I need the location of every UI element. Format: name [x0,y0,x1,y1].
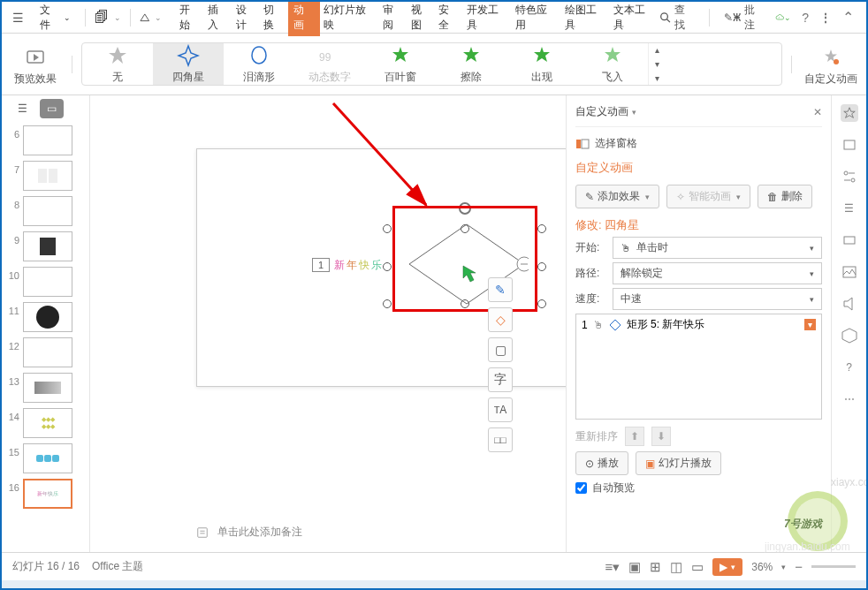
slide-thumbnail-row[interactable]: 16新年快乐 [7,479,84,509]
preview-effect-button[interactable]: 预览效果 [2,42,68,87]
slide-thumbnail[interactable]: 新年快乐 [23,479,72,509]
help-icon[interactable]: ? [802,11,809,25]
delete-button[interactable]: 🗑 删除 [758,185,812,208]
format-button[interactable]: TA [488,397,513,422]
slide-thumbnail[interactable] [23,161,72,191]
file-menu[interactable]: 文件 ⌄ [34,1,76,34]
caret-down-icon[interactable]: ⌄ [114,13,121,22]
resize-handle[interactable] [537,224,546,233]
path-dropdown[interactable]: 解除锁定 ▾ [613,262,822,284]
more-pane-icon[interactable]: ⋯ [841,390,858,408]
notes-toggle-icon[interactable]: ≡▾ [605,559,620,575]
resize-handle[interactable] [537,299,546,308]
slide-thumbnail[interactable] [23,443,72,473]
resize-handle[interactable] [383,262,392,271]
slide-thumbnail-row[interactable]: 15 [7,443,84,473]
slide-thumbnail-row[interactable]: 6 [7,125,84,155]
slide-thumbnail-row[interactable]: 8 [7,196,84,226]
main-tab-9[interactable]: 开发工具 [463,0,512,36]
anim-gallery-item[interactable]: 百叶窗 [365,43,436,85]
auto-preview-checkbox[interactable] [575,482,587,494]
slide-thumbnail-row[interactable]: 14◆◆◆◆◆◆ [7,408,84,438]
slide-thumbnail-row[interactable]: 9 [7,231,84,261]
thumbnail-view-toggle[interactable]: ▭ [40,99,64,118]
main-tab-11[interactable]: 绘图工具 [561,0,610,36]
slide-thumbnail-row[interactable]: 12 [7,337,84,367]
slide-thumbnail-row[interactable]: 7 [7,161,84,191]
save-icon[interactable]: 🗐 [95,10,109,26]
image-pane-icon[interactable] [841,263,858,281]
main-tab-10[interactable]: 特色应用 [512,0,560,36]
caret-down-icon[interactable]: ⌄ [155,13,162,22]
slide-thumbnail-row[interactable]: 13 [7,373,84,403]
expand-gallery-icon[interactable]: ▾ [649,73,666,83]
animation-list-item[interactable]: 1 🖱 矩形 5: 新年快乐 ▾ [576,314,821,335]
animation-pane-icon[interactable] [841,104,858,122]
slide-thumbnail[interactable]: ◆◆◆◆◆◆ [23,408,72,438]
list-pane-icon[interactable]: ☰ [841,200,858,217]
item-dropdown-icon[interactable]: ▾ [804,319,816,330]
scroll-up-icon[interactable]: ▴ [649,45,666,55]
main-tab-6[interactable]: 审阅 [379,0,407,36]
selection-pane-button[interactable]: 选择窗格 [575,136,637,151]
slide-thumbnail-row[interactable]: 11 [7,302,84,332]
rotation-handle[interactable] [459,202,471,215]
anim-gallery-item[interactable]: 四角星 [153,43,224,85]
slide-thumbnail[interactable] [23,231,72,261]
search-button[interactable]: 查找 [659,3,696,33]
normal-view-icon[interactable]: ▣ [628,559,641,575]
cloud-sync-icon[interactable]: ⌄ [775,10,791,26]
slideshow-play-button[interactable]: ▣ 幻灯片播放 [636,451,721,475]
sorter-view-icon[interactable]: ⊞ [650,559,661,575]
reading-view-icon[interactable]: ◫ [670,559,682,575]
slide-thumbnail[interactable] [23,196,72,226]
resize-handle[interactable] [537,262,546,271]
properties-icon[interactable] [841,168,858,185]
arrange-button[interactable]: □□ [488,427,513,452]
slide-thumbnail-row[interactable]: 10 [7,267,84,297]
text-button[interactable]: 字 [488,367,513,392]
anim-gallery-item[interactable]: 泪滴形 [224,43,294,85]
move-down-button[interactable]: ⬇ [651,427,671,446]
effect-options-button[interactable]: ◇ [488,307,513,332]
panel-close-button[interactable]: ✕ [813,106,822,118]
move-up-button[interactable]: ⬆ [625,427,644,446]
main-tab-8[interactable]: 安全 [435,0,463,36]
smart-animation-button[interactable]: ✧ 智能动画 ▾ [666,185,750,208]
style-pane-icon[interactable] [841,136,858,154]
slideshow-view-icon[interactable]: ▭ [691,559,704,575]
audio-pane-icon[interactable] [841,295,858,313]
main-tab-5[interactable]: 幻灯片放映 [320,0,379,36]
slide-thumbnail[interactable] [23,302,72,332]
undo-redo-icon[interactable] [140,12,150,23]
anim-gallery-item[interactable]: 擦除 [436,43,506,85]
notes-area[interactable]: 单击此处添加备注 [196,525,302,540]
slide-thumbnail[interactable] [23,267,72,297]
animation-list[interactable]: 1 🖱 矩形 5: 新年快乐 ▾ [575,314,822,420]
help-pane-icon[interactable]: ? [841,359,858,376]
zoom-value[interactable]: 36% [751,561,773,573]
plugin-pane-icon[interactable] [841,327,858,344]
outline-view-toggle[interactable]: ☰ [11,99,34,118]
anim-gallery-item[interactable]: 无 [82,43,153,85]
slide-thumbnail[interactable] [23,125,72,155]
hamburger-icon[interactable]: ☰ [7,9,29,26]
play-button[interactable]: ⊙ 播放 [575,451,628,475]
main-tab-12[interactable]: 文本工具 [610,0,659,36]
custom-animation-button[interactable]: 自定义动画 [796,42,866,87]
speed-dropdown[interactable]: 中速 ▾ [613,288,822,310]
edit-points-button[interactable]: ✎ [488,277,513,302]
resize-handle[interactable] [383,224,392,233]
resize-handle[interactable] [383,299,392,308]
start-dropdown[interactable]: 🖱 单击时 ▾ [613,237,822,259]
anim-gallery-item[interactable]: 99动态数字 [294,43,365,85]
slide-thumbnail[interactable] [23,373,72,403]
main-tab-7[interactable]: 视图 [407,0,436,36]
main-tab-1[interactable]: 插入 [204,0,232,36]
more-icon[interactable]: ⋮ [819,11,832,25]
zoom-slider[interactable] [811,565,856,568]
shape-pane-icon[interactable] [841,231,858,249]
layout-button[interactable]: ▢ [488,337,513,362]
annotate-button[interactable]: ✎ⵥ 批注 [724,3,765,33]
main-tab-2[interactable]: 设计 [232,0,261,36]
